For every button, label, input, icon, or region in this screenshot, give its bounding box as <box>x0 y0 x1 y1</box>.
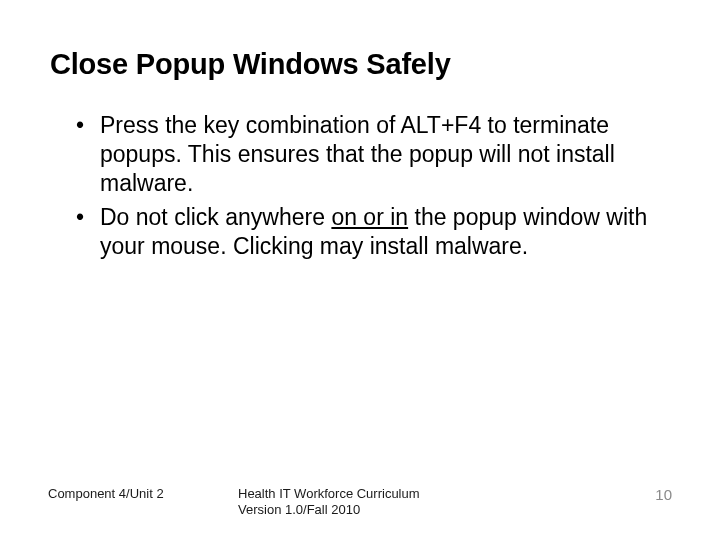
list-item: Do not click anywhere on or in the popup… <box>76 203 670 261</box>
bullet-list: Press the key combination of ALT+F4 to t… <box>50 111 670 261</box>
footer-center-line1: Health IT Workforce Curriculum <box>238 486 622 502</box>
footer-left: Component 4/Unit 2 <box>48 486 238 501</box>
footer-center-line2: Version 1.0/Fall 2010 <box>238 502 622 518</box>
bullet-text: Do not click anywhere <box>100 204 331 230</box>
slide: Close Popup Windows Safely Press the key… <box>0 0 720 540</box>
list-item: Press the key combination of ALT+F4 to t… <box>76 111 670 197</box>
footer-center: Health IT Workforce Curriculum Version 1… <box>238 486 622 519</box>
footer: Component 4/Unit 2 Health IT Workforce C… <box>48 486 672 519</box>
bullet-underline: on or in <box>331 204 408 230</box>
bullet-text: Press the key combination of ALT+F4 to t… <box>100 112 615 196</box>
page-number: 10 <box>622 486 672 503</box>
slide-title: Close Popup Windows Safely <box>50 48 670 81</box>
